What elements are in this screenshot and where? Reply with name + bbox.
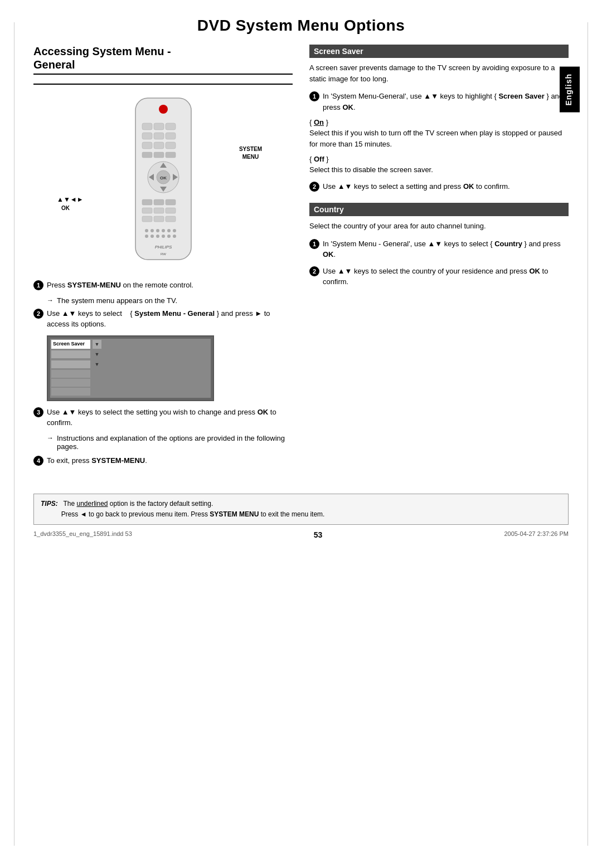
svg-point-34 [167,229,171,232]
svg-point-36 [145,235,148,238]
ok-label: OK [61,205,70,211]
svg-point-31 [151,229,154,232]
on-subsection: { On } Select this if you wish to turn o… [309,118,569,149]
svg-rect-6 [154,133,164,139]
country-desc: Select the country of your area for auto… [309,221,569,232]
svg-point-35 [173,229,176,232]
step-2: 2 Use ▲▼ keys to select { System Menu - … [33,308,293,330]
left-column: Accessing System Menu - General [33,45,293,471]
arrows-label: ▲▼◄► [57,196,84,203]
tv-arrow-2: ▼ [93,350,101,359]
svg-rect-11 [142,152,152,158]
country-step-1: 1 In 'System Menu - General', use ▲▼ key… [309,238,569,260]
svg-point-38 [156,235,159,238]
tips-bar: TIPS: The underlined option is the facto… [33,494,569,525]
footer: 1_dvdr3355_eu_eng_15891.indd 53 53 2005-… [33,530,569,539]
country-step-2-number: 2 [309,266,319,276]
svg-point-37 [151,235,154,238]
arrow-icon-2: → [47,434,54,442]
step-1-text: Press SYSTEM-MENU on the remote control. [47,280,293,291]
system-menu-label: SYSTEM MENU [239,145,262,161]
svg-rect-24 [142,208,152,213]
step-3-substep-text: Instructions and explanation of the opti… [57,434,293,451]
svg-rect-5 [142,133,152,139]
remote-image-area: OK [33,92,293,271]
step-4: 4 To exit, press SYSTEM-MENU. [33,455,293,466]
step-3-substep: → Instructions and explanation of the op… [47,434,293,451]
on-title: { On } [309,118,569,126]
tv-row-empty-4 [51,379,90,387]
step-3: 3 Use ▲▼ keys to select the setting you … [33,407,293,428]
screen-saver-header: Screen Saver [309,45,569,58]
ss-step-2: 2 Use ▲▼ keys to select a setting and pr… [309,181,569,192]
svg-rect-29 [166,216,176,222]
svg-point-33 [162,229,165,232]
svg-point-40 [167,235,171,238]
svg-rect-23 [166,199,176,205]
right-column: Screen Saver A screen saver prevents dam… [309,45,569,471]
ss-step-1-number: 1 [309,91,319,101]
svg-point-32 [156,229,159,232]
step-4-number: 4 [33,456,43,466]
svg-point-39 [162,235,165,238]
svg-rect-21 [142,199,152,205]
step-1-substep-text: The system menu appears on the TV. [57,296,177,305]
step-1-number: 1 [33,280,43,290]
svg-text:PHILIPS: PHILIPS [154,245,172,250]
svg-rect-27 [142,216,152,222]
tv-row-empty-5 [51,388,90,396]
svg-text:OK: OK [160,175,167,181]
svg-rect-8 [142,142,152,149]
svg-point-30 [145,229,148,232]
tv-arrow-3: ▼ [93,360,101,369]
tv-row-empty-1 [51,350,90,358]
svg-rect-13 [166,152,176,158]
off-title: { Off } [309,155,569,163]
on-desc: Select this if you wish to turn off the … [309,128,569,149]
svg-rect-26 [166,208,176,213]
country-step-2: 2 Use ▲▼ keys to select the country of y… [309,266,569,287]
svg-rect-12 [154,152,164,158]
ss-step-2-text: Use ▲▼ keys to select a setting and pres… [323,181,569,192]
page-number: 53 [314,530,323,539]
svg-rect-3 [154,123,164,130]
footer-date: 2005-04-27 2:37:26 PM [504,530,569,539]
footer-file: 1_dvdr3355_eu_eng_15891.indd 53 [33,530,132,539]
tv-row-empty-2 [51,360,90,368]
svg-point-1 [159,105,168,114]
tv-row-screen-saver: Screen Saver [51,340,90,349]
svg-point-41 [173,235,176,238]
tv-arrow-1: ▼ [93,340,101,349]
step-1-substep: → The system menu appears on the TV. [47,296,293,305]
tips-line-2: Press ◄ to go back to previous menu item… [41,509,561,520]
left-section-heading: Accessing System Menu - General [33,45,293,75]
country-step-1-number: 1 [309,239,319,249]
svg-rect-28 [154,216,164,222]
step-4-text: To exit, press SYSTEM-MENU. [47,455,293,466]
svg-rect-4 [166,123,176,130]
svg-rect-2 [142,123,152,130]
off-subsection: { Off } Select this to disable the scree… [309,155,569,175]
step-2-number: 2 [33,309,43,319]
tv-screen-mockup: Screen Saver ▼ ▼ ▼ [47,335,214,401]
country-step-2-text: Use ▲▼ keys to select the country of you… [323,266,569,287]
step-2-text: Use ▲▼ keys to select { System Menu - Ge… [47,308,293,330]
country-header: Country [309,203,569,216]
svg-rect-7 [166,133,176,139]
ss-step-1: 1 In 'System Menu-General', use ▲▼ keys … [309,91,569,113]
page-title: DVD System Menu Options [33,17,569,35]
step-3-text: Use ▲▼ keys to select the setting you wi… [47,407,293,428]
step-3-number: 3 [33,407,43,417]
svg-rect-25 [154,208,164,213]
ss-step-1-text: In 'System Menu-General', use ▲▼ keys to… [323,91,569,113]
svg-rect-22 [154,199,164,205]
svg-rect-10 [166,142,176,149]
language-tab: English [560,67,580,113]
svg-text:RW: RW [161,252,166,256]
step-1: 1 Press SYSTEM-MENU on the remote contro… [33,280,293,291]
svg-rect-9 [154,142,164,149]
country-step-1-text: In 'System Menu - General', use ▲▼ keys … [323,238,569,260]
tips-line-1: TIPS: The underlined option is the facto… [41,499,561,509]
remote-control-image: OK [119,92,208,271]
tv-row-empty-3 [51,370,90,378]
